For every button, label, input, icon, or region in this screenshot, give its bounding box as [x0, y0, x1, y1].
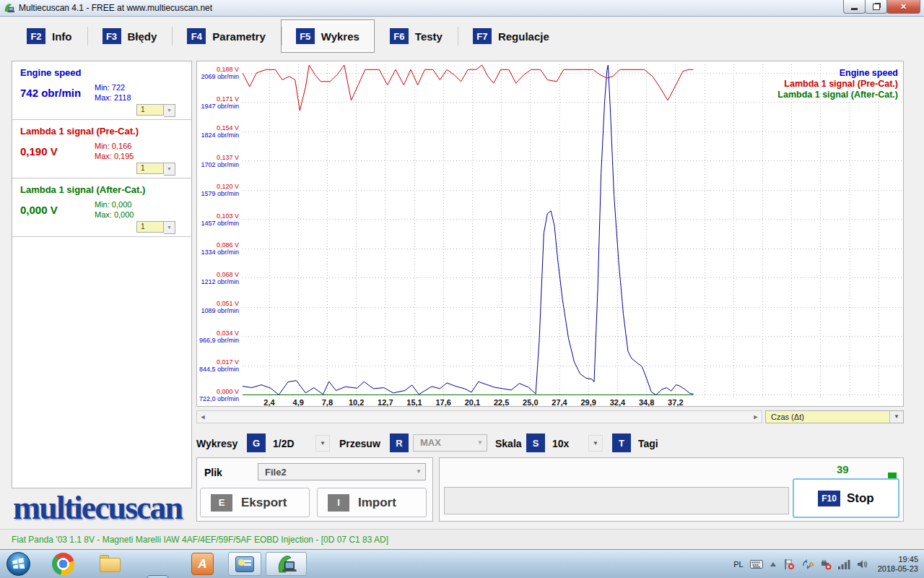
chart-panel: 0,188 V2069 obr/min0,171 V1947 obr/min0,…	[196, 61, 904, 407]
desktop: { "window": { "title": "Multiecuscan 4.1…	[0, 0, 924, 578]
x-tick-label: 2,4	[263, 398, 274, 407]
skala-select-value[interactable]: 10x	[552, 438, 569, 449]
clock-date: 2018-05-23	[878, 564, 918, 574]
y-tick-volt: 0,120 V	[201, 183, 239, 190]
chevron-down-icon: ▼	[164, 163, 175, 176]
y-tick-volt: 0,086 V	[201, 241, 239, 249]
y-tick-volt: 0,068 V	[201, 271, 239, 278]
parameter-min: Min: 0,000	[95, 200, 131, 209]
y-tick-label: 0,120 V1579 obr/min	[201, 183, 239, 197]
x-tick-label: 22,5	[494, 398, 509, 407]
y-tick-label: 0,034 V966,9 obr/min	[199, 329, 239, 344]
x-tick-label: 4,9	[293, 398, 304, 407]
show-hidden-icons-icon[interactable]	[770, 561, 777, 567]
restore-icon	[873, 4, 880, 10]
przesuw-key-badge: R	[390, 434, 409, 452]
wykresy-label: Wykresy	[196, 438, 237, 449]
volume-icon[interactable]	[857, 559, 868, 569]
chevron-down-icon: ▼	[164, 104, 175, 117]
x-tick-label: 20,1	[465, 398, 480, 407]
tab-błędy[interactable]: F3Błędy	[87, 20, 173, 52]
tab-bar: F2InfoF3BłędyF4ParametryF5WykresF6TestyF…	[0, 17, 924, 56]
chevron-down-icon[interactable]: ▼	[889, 411, 903, 423]
legend-item: Engine speed	[777, 68, 898, 79]
y-tick-label: 0,137 V1702 obr/min	[201, 154, 239, 168]
multiecuscan-logo: multiecuscan	[13, 488, 182, 527]
chart-horizontal-scrollbar[interactable]: ◄ ►	[196, 410, 762, 423]
x-tick-label: 29,9	[580, 398, 596, 407]
skala-chevron-down-icon[interactable]: ▼	[588, 435, 603, 452]
start-button[interactable]	[6, 551, 31, 577]
eksport-button[interactable]: E Eksport	[200, 488, 310, 517]
eksport-button-label: Eksport	[241, 496, 287, 510]
tab-regulacje[interactable]: F7Regulacje	[458, 20, 565, 52]
restore-button[interactable]	[865, 0, 887, 14]
orange-app-icon[interactable]: A	[191, 553, 214, 575]
network-disconnected-icon[interactable]	[820, 558, 832, 570]
action-center-flag-icon[interactable]	[783, 558, 795, 570]
tab-parametry[interactable]: F4Parametry	[172, 20, 280, 52]
tagi-label[interactable]: Tagi	[638, 438, 658, 449]
scroll-left-icon[interactable]: ◄	[197, 411, 209, 423]
close-button[interactable]: ✕	[886, 0, 920, 14]
skala-key-badge: S	[526, 434, 545, 452]
fkey-badge: F2	[27, 28, 45, 44]
przesuw-select[interactable]: MAX ▼	[413, 434, 487, 452]
scroll-right-icon[interactable]: ►	[750, 411, 762, 423]
series-lambda-1-signal-pre-cat-	[243, 65, 694, 111]
parameter-scale-select[interactable]: 1▼	[136, 163, 175, 176]
chart-legend: Engine speedLambda 1 signal (Pre-Cat.)La…	[777, 68, 898, 100]
progress-bar	[444, 487, 789, 514]
taskbar-button-multiecuscan[interactable]	[266, 552, 307, 576]
tab-info[interactable]: F2Info	[12, 20, 87, 52]
y-tick-rpm: 1579 obr/min	[201, 190, 239, 197]
taskbar-button-control-panel[interactable]	[228, 552, 261, 576]
parameter-name: Lambda 1 signal (After-Cat.)	[20, 184, 145, 195]
x-tick-label: 15,1	[406, 398, 422, 407]
y-tick-volt: 0,154 V	[201, 124, 239, 131]
file-explorer-icon[interactable]	[99, 553, 121, 575]
stop-button-label: Stop	[847, 491, 874, 506]
folder-body	[100, 558, 121, 572]
import-button[interactable]: I Import	[317, 488, 427, 517]
scale-value: 1	[136, 163, 164, 174]
taskbar-clock[interactable]: 19:45 2018-05-23	[875, 555, 918, 574]
y-tick-rpm: 1212 obr/min	[201, 278, 239, 285]
y-tick-label: 0,000 V722,0 obr/min	[199, 388, 239, 402]
system-tray: PL	[733, 550, 924, 578]
minimize-button[interactable]	[843, 0, 866, 14]
chevron-down-icon: ▼	[474, 435, 487, 451]
y-tick-volt: 0,188 V	[201, 66, 239, 73]
parameter-scale-select[interactable]: 1▼	[136, 104, 175, 117]
x-tick-label: 7,8	[322, 398, 333, 407]
y-axis-labels: 0,188 V2069 obr/min0,171 V1947 obr/min0,…	[197, 64, 240, 397]
parameter-min: Min: 0,166	[95, 142, 131, 150]
keyboard-icon[interactable]	[750, 560, 763, 569]
x-tick-label: 37,2	[668, 398, 683, 407]
chart-plot-area[interactable]: Engine speedLambda 1 signal (Pre-Cat.)La…	[243, 64, 903, 397]
parameter-value: 742 obr/min	[20, 87, 81, 99]
record-panel: 39 F10 Stop	[439, 457, 904, 522]
import-key-badge: I	[328, 494, 349, 512]
wykresy-chevron-down-icon[interactable]: ▼	[315, 435, 330, 452]
signal-strength-icon[interactable]	[838, 559, 850, 569]
y-tick-label: 0,188 V2069 obr/min	[201, 66, 239, 80]
parameter-scale-select[interactable]: 1▼	[136, 221, 175, 234]
file-select[interactable]: File2 ▼	[258, 463, 426, 480]
tab-label: Wykres	[321, 30, 359, 43]
import-button-label: Import	[358, 496, 396, 510]
x-tick-label: 34,8	[639, 398, 654, 407]
parameter-max: Max: 2118	[95, 93, 131, 102]
app-shortcut-icon[interactable]	[147, 575, 169, 578]
stop-button[interactable]: F10 Stop	[793, 478, 899, 518]
time-axis-select[interactable]: Czas (Δt) ▼	[765, 410, 904, 423]
sync-alert-icon[interactable]	[801, 558, 814, 570]
wykresy-select-value[interactable]: 1/2D	[273, 438, 295, 449]
tab-wykres[interactable]: F5Wykres	[281, 20, 375, 53]
parameter-name: Engine speed	[20, 67, 82, 78]
language-indicator[interactable]: PL	[733, 560, 743, 569]
tab-testy[interactable]: F6Testy	[375, 20, 458, 52]
chrome-icon[interactable]	[52, 553, 74, 575]
chevron-down-icon: ▼	[412, 464, 425, 480]
przesuw-label: Przesuw	[339, 438, 380, 449]
